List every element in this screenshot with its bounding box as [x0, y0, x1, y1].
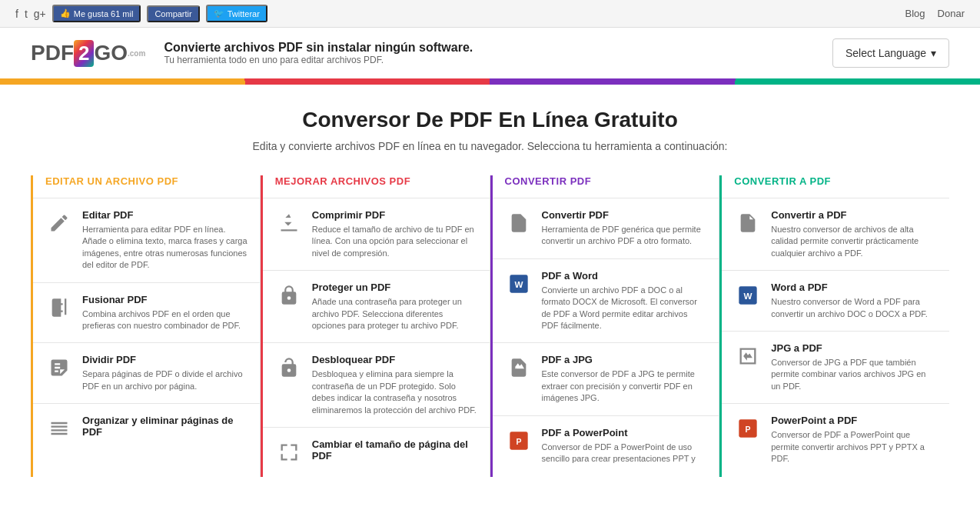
ppt-icon: P [505, 427, 533, 455]
merge-icon [45, 294, 73, 322]
twitter-icon[interactable]: t [25, 8, 28, 20]
tool-desc: Conversor de PDF a PowerPoint de uso sen… [542, 442, 707, 465]
tool-desc: Añade una contraseña para proteger un ar… [312, 296, 477, 332]
split-icon [45, 354, 73, 382]
tool-card[interactable]: Dividir PDF Separa páginas de PDF o divi… [33, 342, 260, 403]
tool-card[interactable]: JPG a PDF Conversor de JPG a PDF que tam… [722, 331, 949, 403]
convert-to-icon [734, 209, 762, 237]
edit-icon [45, 209, 73, 237]
tool-title: PowerPoint a PDF [771, 415, 937, 426]
organize-icon [45, 415, 73, 442]
facebook-icon[interactable]: f [15, 8, 18, 20]
tool-title: Editar PDF [82, 209, 247, 221]
tool-title: Proteger un PDF [312, 282, 477, 293]
fb-share-button[interactable]: Compartir [147, 5, 199, 22]
column-edit: EDITAR UN ARCHIVO PDF Editar PDF Herrami… [31, 175, 261, 477]
chevron-down-icon: ▾ [931, 47, 936, 59]
blog-link[interactable]: Blog [905, 8, 925, 19]
tool-card[interactable]: Convertir a PDF Nuestro conversor de arc… [722, 198, 949, 270]
twitter-share-button[interactable]: 🐦 Twitterar [206, 5, 267, 22]
donate-link[interactable]: Donar [938, 8, 965, 19]
tagline-sub: Tu herramienta todo en uno para editar a… [164, 55, 473, 65]
top-bar: f t g+ 👍 Me gusta 61 mil Compartir 🐦 Twi… [0, 0, 980, 28]
tool-title: Comprimir PDF [312, 209, 477, 221]
logo-pdf-text: PDF [31, 41, 74, 65]
tool-desc: Conversor de PDF a PowerPoint que permit… [771, 429, 937, 465]
column-convert-to: CONVERTIR A PDF Convertir a PDF Nuestro … [719, 175, 949, 477]
tool-desc: Este conversor de PDF a JPG te permite e… [542, 368, 707, 404]
tool-card[interactable]: Editar PDF Herramienta para editar PDF e… [33, 198, 260, 282]
tool-card[interactable]: W Word a PDF Nuestro conversor de Word a… [722, 270, 949, 331]
tool-title: Convertir a PDF [771, 209, 937, 221]
word-icon: W [505, 270, 533, 298]
tool-title: Word a PDF [771, 282, 937, 293]
tool-card[interactable]: Fusionar PDF Combina archivos PDF en el … [33, 282, 260, 343]
column-header-convert-to: CONVERTIR A PDF [722, 175, 949, 198]
header: PDF2GO.com Convierte archivos PDF sin in… [0, 28, 980, 81]
logo-com-text: .com [128, 49, 145, 58]
tool-desc: Nuestro conversor de archivos de alta ca… [771, 224, 937, 259]
tool-card[interactable]: W PDF a Word Convierte un archivo PDF a … [493, 258, 719, 343]
logo-go-text: GO [94, 41, 128, 65]
column-convert: CONVERTIR PDF Convertir PDF Herramienta … [490, 175, 720, 477]
tool-desc: Desbloquea y elimina para siempre la con… [312, 368, 477, 416]
top-nav: Blog Donar [905, 8, 965, 19]
fb-like-button[interactable]: 👍 Me gusta 61 mil [52, 5, 141, 22]
column-improve: MEJORAR ARCHIVOS PDF Comprimir PDF Reduc… [261, 175, 490, 477]
page-subtitle: Edita y convierte archivos PDF en línea … [31, 140, 949, 152]
column-header-convert: CONVERTIR PDF [493, 175, 719, 198]
tool-title: Organizar y eliminar páginas de PDF [82, 415, 247, 438]
tagline: Convierte archivos PDF sin instalar ning… [164, 41, 473, 65]
page-title: Conversor De PDF En Línea Gratuito [31, 108, 949, 132]
resize-icon [275, 438, 303, 466]
tool-title: Convertir PDF [542, 209, 707, 221]
tool-card[interactable]: Organizar y eliminar páginas de PDF [33, 403, 260, 453]
tool-desc: Combina archivos PDF en el orden que pre… [82, 308, 247, 332]
svg-text:P: P [746, 425, 751, 434]
ppt-to-icon: P [734, 415, 762, 442]
social-buttons: f t g+ 👍 Me gusta 61 mil Compartir 🐦 Twi… [15, 5, 267, 22]
logo-2-text: 2 [74, 40, 94, 67]
tool-desc: Reduce el tamaño de archivo de tu PDF en… [312, 224, 477, 259]
tool-title: Fusionar PDF [82, 294, 247, 305]
tool-title: JPG a PDF [771, 342, 937, 354]
tool-card[interactable]: P PowerPoint a PDF Conversor de PDF a Po… [722, 403, 949, 475]
tool-columns: EDITAR UN ARCHIVO PDF Editar PDF Herrami… [31, 175, 949, 477]
tool-desc: Herramienta para editar PDF en línea. Añ… [82, 224, 247, 272]
tool-title: PDF a PowerPoint [542, 427, 707, 438]
tool-card[interactable]: Comprimir PDF Reduce el tamaño de archiv… [263, 198, 490, 270]
jpg-icon [505, 354, 533, 382]
tool-card[interactable]: Proteger un PDF Añade una contraseña par… [263, 270, 490, 342]
main-content: Conversor De PDF En Línea Gratuito Edita… [0, 85, 980, 492]
tool-title: Cambiar el tamaño de página del PDF [312, 438, 477, 462]
tool-card[interactable]: Desbloquear PDF Desbloquea y elimina par… [263, 342, 490, 427]
tool-title: Dividir PDF [82, 354, 247, 365]
tool-desc: Nuestro conversor de Word a PDF para con… [771, 296, 937, 320]
tool-card[interactable]: P PDF a PowerPoint Conversor de PDF a Po… [493, 415, 719, 476]
logo[interactable]: PDF2GO.com [31, 40, 145, 67]
column-header-edit: EDITAR UN ARCHIVO PDF [33, 175, 260, 198]
svg-text:P: P [516, 436, 521, 445]
tool-title: Desbloquear PDF [312, 354, 477, 365]
logo-area: PDF2GO.com Convierte archivos PDF sin in… [31, 40, 473, 67]
tagline-main: Convierte archivos PDF sin instalar ning… [164, 41, 473, 55]
protect-icon [275, 282, 303, 309]
tool-title: PDF a Word [542, 270, 707, 282]
convert-icon [505, 209, 533, 237]
tool-card[interactable]: Convertir PDF Herramienta de PDF genéric… [493, 198, 719, 258]
unlock-icon [275, 354, 303, 382]
tool-card[interactable]: PDF a JPG Este conversor de PDF a JPG te… [493, 342, 719, 415]
tool-desc: Herramienta de PDF genérica que permite … [542, 224, 707, 248]
svg-text:W: W [744, 291, 752, 301]
language-selector[interactable]: Select Language ▾ [832, 38, 949, 68]
svg-text:W: W [514, 278, 523, 288]
googleplus-icon[interactable]: g+ [34, 8, 46, 20]
word-to-icon: W [734, 282, 762, 309]
tool-card[interactable]: Cambiar el tamaño de página del PDF [263, 427, 490, 477]
compress-icon [275, 209, 303, 237]
tool-desc: Conversor de JPG a PDF que también permi… [771, 357, 937, 392]
tool-desc: Convierte un archivo PDF a DOC o al form… [542, 285, 707, 332]
tool-title: PDF a JPG [542, 354, 707, 365]
tool-desc: Separa páginas de PDF o divide el archiv… [82, 368, 247, 392]
jpg-to-icon [734, 342, 762, 370]
